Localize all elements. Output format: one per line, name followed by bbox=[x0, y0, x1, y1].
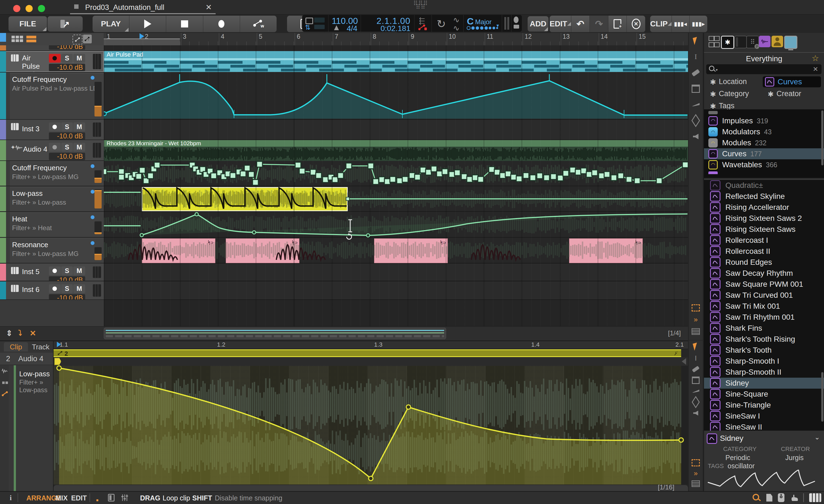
tab-clip[interactable]: Clip bbox=[4, 342, 28, 351]
track-volume[interactable]: -10.0 dB bbox=[49, 276, 85, 281]
pointer-tool[interactable] bbox=[689, 340, 703, 352]
clip-resonance-2[interactable]: ᛋ⊃ bbox=[226, 238, 299, 263]
category-row[interactable]: ◠ Impulses 319 bbox=[704, 115, 824, 126]
info-icon[interactable]: i bbox=[8, 494, 14, 502]
everything-source-icon[interactable]: ✱ bbox=[721, 36, 734, 49]
arranger-ruler[interactable]: 12345678910111213141516 bbox=[104, 33, 688, 45]
lane-fader[interactable] bbox=[95, 221, 102, 234]
record-arm-button[interactable] bbox=[49, 267, 61, 275]
track-name[interactable]: Air Pulse Pad bbox=[22, 54, 48, 73]
automation-star-icon[interactable]: * bbox=[83, 34, 92, 43]
result-row[interactable]: SineSaw I bbox=[704, 411, 824, 422]
track-row-inst5[interactable]: Inst 5 SM -10.0 dB bbox=[0, 264, 104, 281]
record-arm-button[interactable] bbox=[49, 143, 61, 152]
redo-button[interactable]: ↷ bbox=[590, 16, 608, 32]
solo-button[interactable]: S bbox=[61, 284, 73, 293]
loop-block[interactable]: ↻ ∿ ∿ bbox=[432, 15, 463, 32]
loop-icon[interactable]: ↻ bbox=[437, 18, 446, 30]
close-lanes-icon[interactable]: ✕ bbox=[30, 329, 36, 338]
key-block[interactable]: C Major ▾ bbox=[463, 15, 502, 32]
automation-active-dot[interactable] bbox=[91, 76, 95, 80]
fade-curve2-icon[interactable]: ∿ bbox=[453, 24, 459, 33]
result-row[interactable]: Quadratic± bbox=[704, 180, 824, 191]
arranger-scrollbar[interactable] bbox=[104, 328, 446, 339]
lane-fader[interactable] bbox=[95, 189, 102, 208]
export-button[interactable]: ↗ bbox=[47, 16, 83, 32]
time-signature[interactable]: 4/4 bbox=[347, 24, 357, 33]
result-row[interactable]: Saw Square PWM 001 bbox=[704, 279, 824, 290]
piano-icon[interactable] bbox=[809, 493, 821, 502]
minimize-window-icon[interactable] bbox=[25, 5, 33, 12]
result-row[interactable]: Saw Tri Mix 001 bbox=[704, 301, 824, 312]
automation-write-button[interactable]: w bbox=[240, 16, 277, 32]
mixer-icon[interactable] bbox=[121, 494, 128, 503]
automation-active-dot[interactable] bbox=[91, 241, 95, 245]
track-row-partial[interactable]: -10.0 dB bbox=[0, 45, 104, 51]
ibeam-tool[interactable]: I bbox=[689, 352, 703, 364]
wave-mode-icon[interactable] bbox=[2, 369, 8, 375]
automation-editor[interactable]: 1.1 1.2 1.3 1.4 2.1 2 bbox=[54, 341, 688, 492]
file-icon[interactable] bbox=[766, 494, 772, 502]
track-row-inst6[interactable]: Inst 6 SM -10.0 dB bbox=[0, 282, 104, 300]
category-value[interactable]: Periodic bbox=[725, 454, 750, 462]
panel-source-icon[interactable] bbox=[734, 36, 747, 48]
close-project-icon[interactable]: ✕ bbox=[205, 3, 212, 12]
automation-lane-heat[interactable]: Heat Filter+ » Heat bbox=[0, 212, 104, 237]
pattern-mode-icon[interactable] bbox=[2, 380, 8, 385]
mute-button[interactable]: M bbox=[73, 143, 85, 152]
results-scrollbar[interactable] bbox=[821, 372, 823, 422]
metronome-icon[interactable] bbox=[334, 25, 339, 30]
tempo-block[interactable]: 110.00 4/4 bbox=[328, 15, 361, 32]
fade-curve-icon[interactable]: ∿ bbox=[453, 15, 459, 24]
dots-icon[interactable] bbox=[96, 495, 100, 504]
automation-mode-icon[interactable] bbox=[2, 391, 8, 398]
editor-scrollbar[interactable] bbox=[54, 485, 688, 492]
result-row[interactable]: Sharp-Smooth I bbox=[704, 356, 824, 367]
lane-fader[interactable] bbox=[95, 170, 102, 183]
grid-view-icon[interactable] bbox=[11, 36, 23, 42]
category-row[interactable]: ◠ Wavetables 366 bbox=[704, 159, 824, 170]
filter-tags[interactable]: Tags bbox=[719, 102, 734, 110]
curve-tool[interactable] bbox=[689, 113, 703, 128]
lane-fader[interactable] bbox=[95, 247, 102, 260]
result-row[interactable]: Saw Decay Rhythm bbox=[704, 268, 824, 279]
clip-resonance-4[interactable]: ᛋ⊃ bbox=[569, 238, 643, 263]
automation-active-dot[interactable] bbox=[91, 215, 95, 219]
eraser-tool[interactable] bbox=[689, 65, 703, 81]
categories-scrollbar[interactable] bbox=[821, 110, 823, 165]
play-menu-button[interactable]: PLAY bbox=[93, 16, 129, 32]
record-arm-button[interactable] bbox=[49, 284, 61, 293]
editor-canvas[interactable] bbox=[54, 366, 681, 485]
play-button[interactable] bbox=[129, 16, 166, 32]
ibeam-tool[interactable]: I bbox=[689, 49, 703, 65]
speaker-icon[interactable] bbox=[778, 493, 785, 502]
solo-button[interactable]: S bbox=[61, 267, 73, 275]
result-row[interactable]: Shark's Tooth Rising bbox=[704, 334, 824, 345]
zoom-search-icon[interactable] bbox=[752, 494, 761, 502]
track-row-air-pulse-pad[interactable]: Air Pulse Pad SM -10.0 dB bbox=[0, 51, 104, 73]
editor-ruler[interactable]: 1.1 1.2 1.3 1.4 2.1 bbox=[54, 341, 688, 349]
result-row[interactable]: Sine-Triangle bbox=[704, 400, 824, 411]
clip-rhodes-body[interactable] bbox=[104, 147, 688, 161]
result-row[interactable]: Sharp-Smooth II bbox=[704, 367, 824, 378]
audition-tool[interactable] bbox=[689, 128, 703, 144]
result-row[interactable]: Rising Sixteen Saws 2 bbox=[704, 213, 824, 224]
knife-tool[interactable] bbox=[689, 97, 703, 113]
mixer-view-icon[interactable] bbox=[689, 476, 703, 492]
track-name[interactable]: Audio 4 bbox=[23, 145, 49, 153]
automation-active-dot[interactable] bbox=[91, 190, 95, 194]
automation-select-icon[interactable] bbox=[73, 34, 82, 44]
pointer-tool[interactable] bbox=[689, 33, 703, 49]
view-edit[interactable]: EDIT bbox=[71, 494, 87, 502]
lane-height-icon[interactable]: ⇕ bbox=[6, 329, 12, 338]
view-mix[interactable]: MIX bbox=[56, 494, 68, 502]
category-row[interactable]: ◠ Modules 232 bbox=[704, 137, 824, 148]
track-volume[interactable]: -10.0 dB bbox=[49, 153, 85, 160]
stop-button[interactable] bbox=[166, 16, 203, 32]
automation-lane-cutoff-air[interactable]: Cutoff Frequency Air Pulse Pad » Low-pas… bbox=[0, 73, 104, 120]
clip-end-handle[interactable] bbox=[682, 358, 686, 365]
follow-icon[interactable]: ⤵ bbox=[18, 329, 22, 337]
clip-rhodes[interactable]: Rhodes 23 Morningair - Wet 102bpm bbox=[104, 140, 688, 147]
automation-lane-cutoff-mg[interactable]: Cutoff Frequency Filter+ » Low-pass MG bbox=[0, 161, 104, 186]
eraser-tool[interactable] bbox=[689, 364, 703, 375]
